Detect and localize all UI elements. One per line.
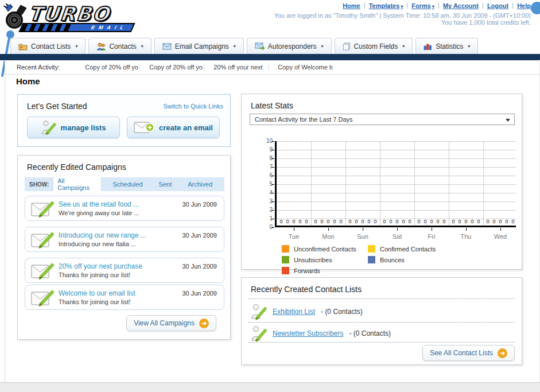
data-value-label: 0: [304, 219, 309, 224]
x-axis-tick: [432, 228, 432, 231]
campaign-row[interactable]: See us at the retail food ... We're givi…: [25, 196, 224, 221]
view-all-campaigns-label: View All Campaigns: [134, 319, 195, 327]
filter-archived[interactable]: Archived: [184, 179, 216, 189]
nav-link-logout[interactable]: Logout: [487, 2, 508, 9]
campaign-title-link[interactable]: See us at the retail food ...: [59, 200, 139, 208]
data-value-label: 0: [319, 219, 325, 224]
get-started-title: Let's Get Started: [27, 102, 87, 111]
app-root: TURBO EMAIL Home Templates▾ Forms▾ My Ac…: [0, 0, 540, 392]
contact-list-count: - (0 Contacts): [321, 308, 363, 316]
campaign-subtitle: We're giving away our late ...: [59, 209, 139, 216]
recent-activity-item[interactable]: 20% off your next: [204, 64, 269, 71]
contacts-icon: [96, 42, 106, 51]
campaign-row[interactable]: Welcome to our email list Thanks for joi…: [25, 285, 224, 310]
legend-label: Unconfirmed Contacts: [294, 246, 356, 253]
create-email-button[interactable]: create an email: [127, 117, 220, 138]
campaign-row[interactable]: Introducing our new range ... Introducin…: [25, 227, 224, 252]
recent-activity-bar: Recent Activity: Copy of 20% off yo Copy…: [5, 60, 539, 74]
manage-lists-label: manage lists: [61, 123, 106, 132]
y-axis-tick: [271, 201, 274, 202]
switch-quick-links-link[interactable]: Switch to Quick Links: [163, 103, 223, 110]
login-info: You are logged in as "Timothy Smith" | S…: [274, 12, 531, 19]
app-logo[interactable]: TURBO EMAIL: [3, 1, 141, 34]
recent-activity-item[interactable]: Copy of Welcome to: [269, 64, 333, 71]
chevron-down-icon: ▾: [468, 44, 470, 49]
view-all-campaigns-button[interactable]: View All Campaigns ➜: [126, 315, 216, 331]
data-value-label: 0: [360, 219, 366, 224]
y-axis-label: 5: [258, 181, 273, 187]
create-email-label: create an email: [159, 123, 213, 132]
separator: [438, 3, 439, 9]
nav-link-forms[interactable]: Forms▾: [411, 2, 434, 9]
legend-item: Confirmed Contacts: [368, 244, 454, 253]
data-value-label: 0: [469, 219, 475, 224]
dropdown-arrow-icon: [506, 119, 510, 122]
legend-label: Confirmed Contacts: [380, 246, 436, 253]
contact-list-row[interactable]: Newsletter Subscribers - (0 Contacts): [251, 325, 391, 342]
filter-scheduled[interactable]: Scheduled: [109, 179, 147, 189]
filter-all-campaigns[interactable]: All Campaigns: [53, 176, 100, 193]
nav-link-home[interactable]: Home: [343, 2, 360, 9]
chevron-down-icon: ▾: [402, 44, 405, 49]
gridline: [277, 158, 516, 159]
tab-statistics[interactable]: Statistics ▾: [415, 38, 478, 54]
gridline: [277, 193, 516, 193]
data-value-label: 0: [372, 219, 378, 224]
data-value-label: 0: [498, 219, 503, 224]
recent-activity-item[interactable]: Copy of 20% off yo: [76, 64, 140, 71]
tab-label: Email Campaigns: [175, 42, 229, 51]
person-pencil-icon: [251, 303, 267, 320]
campaign-title-link[interactable]: Welcome to our email list: [59, 289, 135, 297]
data-value-label: 0: [291, 219, 297, 224]
gridline: [277, 150, 516, 150]
contact-lists-panel: Recently Created Contact Lists Exhibitio…: [241, 277, 522, 365]
x-axis-tick: [466, 228, 467, 231]
manage-lists-button[interactable]: manage lists: [27, 117, 120, 138]
contact-lists-title: Recently Created Contact Lists: [251, 285, 362, 294]
campaign-subtitle: Thanks for joining our list!: [59, 298, 130, 305]
nav-link-my-account[interactable]: My Account: [443, 2, 479, 9]
tab-autoresponders[interactable]: Autoresponders ▾: [247, 38, 332, 54]
y-axis-tick: [271, 219, 274, 219]
stats-period-dropdown[interactable]: Contact Activity for the Last 7 Days: [250, 114, 515, 125]
dotted-divider: [248, 298, 515, 299]
gridline: [277, 141, 516, 142]
tab-custom-fields[interactable]: Custom Fields ▾: [335, 38, 413, 54]
data-value-label: 0: [332, 219, 337, 224]
envelope-icon: [162, 43, 172, 50]
y-axis-tick: [271, 167, 274, 168]
tab-contact-lists[interactable]: Contact Lists ▾: [10, 38, 86, 54]
legend-swatch: [282, 267, 289, 274]
footer-strip: [0, 382, 540, 392]
tab-contacts[interactable]: Contacts ▾: [88, 38, 151, 54]
arrow-right-icon: ➜: [498, 348, 507, 358]
envelope-pencil-icon: [31, 262, 55, 280]
campaign-row[interactable]: 20% off your next purchase Thanks for jo…: [25, 258, 224, 283]
filter-sent[interactable]: Sent: [155, 179, 176, 189]
contact-list-link[interactable]: Newsletter Subscribers: [273, 329, 343, 337]
campaign-title-link[interactable]: 20% off your next purchase: [59, 262, 142, 270]
separator: [364, 3, 365, 9]
recent-activity-item[interactable]: Copy of 20% off yo: [140, 64, 204, 71]
data-value-label: 0: [278, 219, 284, 224]
nav-link-help[interactable]: Help: [517, 2, 531, 9]
dotted-divider: [248, 322, 515, 323]
x-axis-label: Tue: [277, 233, 311, 240]
contact-list-row[interactable]: Exhibition List - (0 Contacts): [251, 303, 363, 320]
folder-contact-icon: [18, 42, 28, 51]
chevron-down-icon: ▾: [234, 44, 236, 49]
tab-email-campaigns[interactable]: Email Campaigns ▾: [154, 38, 244, 54]
separator: [407, 3, 407, 9]
gridline: [449, 141, 449, 226]
contact-list-link[interactable]: Exhibition List: [273, 308, 315, 316]
legend-swatch: [368, 245, 375, 253]
y-axis-tick: [271, 184, 274, 185]
campaign-title-link[interactable]: Introducing our new range ...: [59, 231, 146, 239]
y-axis-label: 10: [258, 138, 273, 144]
campaign-date: 30 Jun 2009: [182, 232, 217, 239]
tab-label: Contact Lists: [31, 42, 71, 51]
nav-link-templates[interactable]: Templates▾: [369, 2, 403, 9]
gridline: [277, 201, 516, 202]
see-all-contact-lists-button[interactable]: See All Contact Lists ➜: [422, 345, 515, 361]
envelope-pencil-icon: [31, 231, 55, 249]
